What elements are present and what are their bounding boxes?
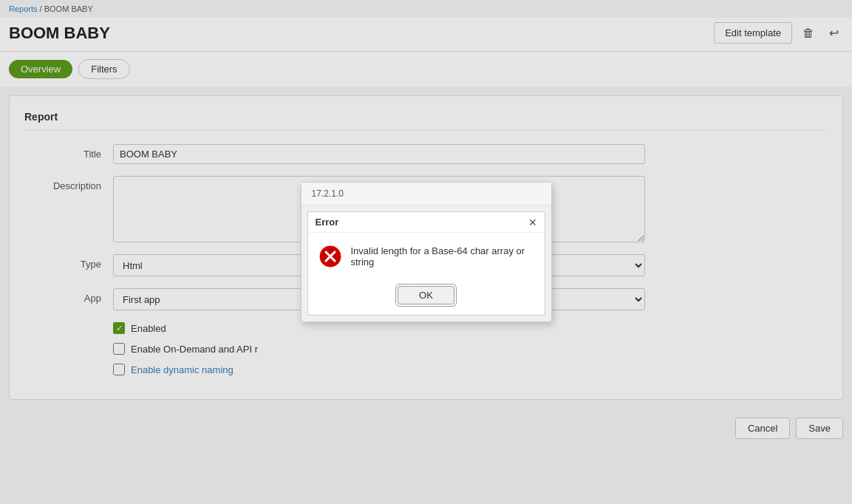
dialog-footer: OK	[308, 280, 545, 315]
dialog-inner: Error ✕ Invalid length for a Base-64 cha…	[307, 211, 545, 316]
dialog-header: Error ✕	[308, 212, 545, 233]
dialog-message: Invalid length for a Base-64 char array …	[351, 245, 534, 268]
dialog-overlay: 17.2.1.0 Error ✕ Invalid length for a Ba…	[0, 0, 852, 448]
dialog-ok-button[interactable]: OK	[398, 286, 454, 304]
dialog-version: 17.2.1.0	[301, 183, 551, 205]
dialog-title: Error	[316, 217, 339, 228]
error-icon	[318, 245, 342, 268]
error-dialog: 17.2.1.0 Error ✕ Invalid length for a Ba…	[301, 182, 552, 322]
dialog-body: Invalid length for a Base-64 char array …	[308, 233, 545, 280]
dialog-close-button[interactable]: ✕	[528, 217, 537, 228]
